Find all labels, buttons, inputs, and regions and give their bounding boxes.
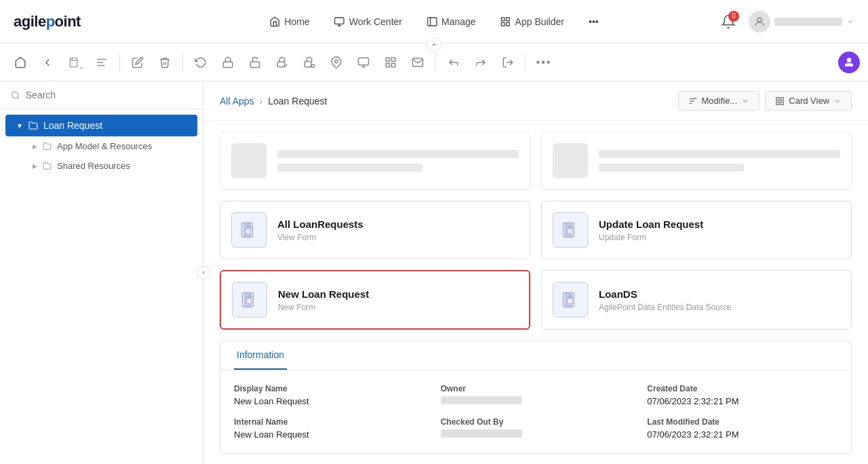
display-name-value: New Loan Request [234, 396, 425, 406]
skeleton-card-2 [541, 132, 852, 190]
svg-rect-39 [781, 102, 783, 104]
sidebar-subtree: ▶ App Model & Resources ▶ Shared Resourc… [0, 136, 203, 176]
toolbar-locklocation-button[interactable] [297, 50, 321, 75]
svg-rect-16 [223, 62, 233, 67]
nav-collapse-button[interactable] [427, 37, 441, 52]
nav-workcenter[interactable]: Work Center [325, 11, 412, 33]
field-internal-name: Internal Name New Loan Request [234, 417, 425, 440]
skeleton-icon-2 [553, 143, 588, 178]
top-nav: agilepoint Home Work Center Manage App B… [0, 0, 868, 43]
svg-rect-38 [776, 102, 779, 104]
notification-button[interactable]: 0 [716, 9, 741, 34]
folder-app-model-icon [43, 142, 52, 151]
svg-rect-17 [250, 62, 260, 67]
svg-point-21 [335, 60, 338, 63]
avatar [749, 11, 770, 33]
card-info-update-loan: Update Loan Request Update Form [599, 218, 840, 242]
toolbar-location-button[interactable] [324, 50, 349, 75]
field-last-modified: Last Modified Date 07/06/2023 2:32:21 PM [647, 417, 837, 440]
logo: agilepoint [14, 13, 81, 31]
toolbar-more-button[interactable]: ••• [532, 50, 556, 75]
user-name-blurred [774, 18, 842, 26]
card-icon-new-loan [232, 282, 267, 317]
card-title-all-loan: All LoanRequests [277, 218, 519, 230]
toolbar-display-button[interactable] [351, 50, 376, 75]
nav-appbuilder[interactable]: App Builder [491, 11, 574, 33]
svg-point-51 [248, 301, 250, 302]
skeleton-lines-1 [277, 150, 519, 172]
card-info-new-loan: New Loan Request New Form [278, 288, 518, 312]
toolbar-separator-1 [119, 53, 120, 72]
card-icon-loan-ds [553, 282, 588, 317]
toolbar-lockcheck-button[interactable] [270, 50, 294, 75]
breadcrumb-separator: › [260, 96, 263, 107]
info-panel: Information Display Name New Loan Reques… [220, 341, 852, 454]
internal-name-value: New Loan Request [234, 429, 425, 440]
view-controls: Modifie... Card View [678, 91, 852, 111]
sidebar-tree: ▼ Loan Request ▶ App Model & Resources ▶… [0, 109, 203, 464]
toolbar-delete-button[interactable] [153, 50, 177, 75]
breadcrumb-current: Loan Request [268, 96, 327, 107]
card-loan-ds[interactable]: LoanDS AgilePoint Data Entities Data Sou… [541, 270, 852, 330]
nav-more[interactable]: ••• [579, 11, 608, 33]
user-menu[interactable] [749, 11, 854, 33]
nav-home[interactable]: Home [260, 11, 319, 33]
svg-rect-5 [502, 18, 505, 21]
view-toggle-button[interactable]: Card View [765, 91, 852, 111]
nav-home-label: Home [284, 16, 309, 27]
breadcrumb-bar: All Apps › Loan Request Modifie... Card … [203, 81, 868, 121]
toolbar-lock-button[interactable] [216, 50, 240, 75]
card-update-loan-request[interactable]: Update Loan Request Update Form [541, 201, 852, 259]
toolbar-reply-button[interactable] [441, 50, 466, 75]
nav-manage[interactable]: Manage [417, 11, 486, 33]
field-owner: Owner [441, 384, 631, 406]
toolbar-new-button[interactable] [62, 50, 87, 75]
field-display-name: Display Name New Loan Request [234, 384, 425, 406]
card-new-loan-request[interactable]: New Loan Request New Form [220, 270, 530, 330]
card-subtitle-all-loan: View Form [277, 233, 519, 242]
sort-button[interactable]: Modifie... [678, 91, 760, 111]
owner-blurred [441, 396, 522, 404]
sort-label: Modifie... [702, 96, 738, 106]
notification-badge: 0 [728, 11, 739, 22]
sidebar-search [0, 81, 203, 109]
card-all-loan-requests[interactable]: All LoanRequests View Form [220, 201, 530, 259]
card-subtitle-new-loan: New Form [278, 303, 518, 312]
toolbar-back-button[interactable] [35, 50, 60, 75]
last-modified-value: 07/06/2023 2:32:21 PM [647, 429, 837, 440]
toolbar-unlock-button[interactable] [243, 50, 267, 75]
nav-workcenter-label: Work Center [349, 16, 402, 27]
toolbar-email-button[interactable] [406, 50, 430, 75]
sidebar-item-app-model[interactable]: ▶ App Model & Resources [22, 136, 203, 156]
tab-information[interactable]: Information [234, 341, 287, 370]
breadcrumb-all-apps[interactable]: All Apps [220, 96, 254, 107]
svg-rect-6 [507, 18, 510, 21]
svg-rect-3 [427, 18, 436, 26]
toolbar-user-circle[interactable] [838, 52, 860, 73]
svg-rect-8 [507, 22, 510, 26]
toolbar-align-button[interactable] [90, 50, 114, 75]
sidebar-item-loan-request[interactable]: ▼ Loan Request [5, 115, 197, 136]
svg-rect-19 [304, 61, 311, 66]
sidebar-item-shared-resources[interactable]: ▶ Shared Resources [22, 156, 203, 176]
card-title-update-loan: Update Loan Request [599, 218, 840, 230]
sort-icon [688, 96, 698, 106]
cards-grid: All LoanRequests View Form Update L [203, 121, 868, 341]
svg-rect-22 [359, 58, 369, 65]
toolbar-grid-button[interactable] [378, 50, 403, 75]
chevron-right-shared-icon: ▶ [33, 163, 37, 170]
toolbar-home-button[interactable] [8, 50, 33, 75]
toolbar-history-button[interactable] [189, 50, 213, 75]
sidebar-collapse-button[interactable] [197, 266, 210, 279]
search-input[interactable] [26, 90, 192, 100]
toolbar-forward-button[interactable] [469, 50, 493, 75]
sidebar-loan-request-label: Loan Request [43, 120, 102, 131]
svg-rect-7 [502, 22, 505, 26]
svg-line-32 [18, 97, 19, 98]
toolbar-exit-button[interactable] [496, 50, 520, 75]
toolbar-separator-3 [435, 53, 436, 72]
svg-rect-25 [386, 58, 389, 61]
svg-point-20 [311, 64, 315, 68]
toolbar-edit-button[interactable] [125, 50, 150, 75]
internal-name-label: Internal Name [234, 417, 425, 427]
